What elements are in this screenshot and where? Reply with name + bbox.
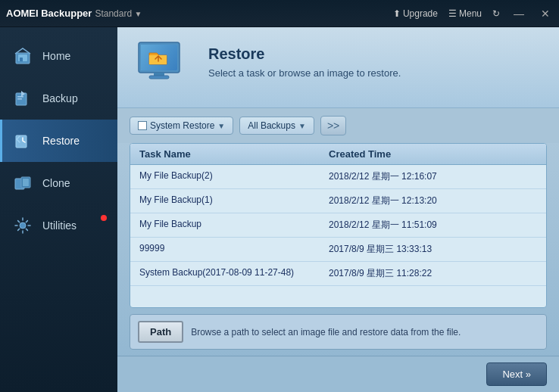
refresh-button[interactable]: ↻	[492, 8, 500, 19]
column-task-name: Task Name	[130, 148, 320, 160]
cell-created-time: 2018/2/12 星期一 12:13:20	[320, 189, 546, 213]
path-button[interactable]: Path	[138, 321, 183, 343]
upgrade-button[interactable]: ⬆ Upgrade	[393, 8, 438, 19]
utilities-icon	[12, 215, 33, 236]
toolbar: System Restore ▼ All Backups ▼ >>	[117, 108, 559, 143]
content-header: Restore Select a task or browse an image…	[117, 27, 559, 108]
table-header: Task Name Created Time	[130, 144, 546, 165]
table-row[interactable]: 99999 2017/8/9 星期三 13:33:13	[130, 238, 546, 262]
backup-table: Task Name Created Time My File Backup(2)…	[130, 143, 547, 308]
table-row[interactable]: My File Backup(1) 2018/2/12 星期一 12:13:20	[130, 189, 546, 213]
main-layout: Home Backup Resto	[0, 27, 559, 392]
column-created-time: Created Time	[320, 148, 546, 160]
home-icon	[12, 45, 33, 67]
forward-button[interactable]: >>	[320, 116, 346, 135]
cell-task-name: My File Backup(2)	[130, 165, 320, 188]
svg-point-10	[20, 222, 26, 229]
app-edition: Standard ▼	[95, 8, 142, 19]
cell-task-name: My File Backup(1)	[130, 189, 320, 213]
clone-label: Clone	[42, 177, 70, 189]
cell-task-name: 99999	[130, 238, 320, 261]
close-button[interactable]: ✕	[538, 8, 553, 20]
menu-icon: ☰	[448, 8, 457, 19]
cell-created-time: 2017/8/9 星期三 13:33:13	[320, 238, 546, 261]
title-bar: AOMEI Backupper Standard ▼ ⬆ Upgrade ☰ M…	[0, 0, 559, 27]
path-description: Browse a path to select an image file an…	[191, 327, 461, 338]
restore-label: Restore	[42, 135, 80, 147]
cell-created-time: 2018/2/12 星期一 11:51:09	[320, 213, 546, 237]
utilities-label: Utilities	[42, 219, 77, 232]
next-button[interactable]: Next »	[486, 362, 547, 386]
cell-task-name: System Backup(2017-08-09 11-27-48)	[130, 262, 320, 285]
svg-rect-15	[149, 76, 169, 79]
sidebar-item-backup[interactable]: Backup	[0, 77, 117, 120]
svg-rect-5	[17, 98, 22, 100]
upgrade-icon: ⬆	[393, 8, 401, 19]
clone-icon	[12, 173, 33, 194]
title-bar-actions: ⬆ Upgrade ☰ Menu ↻ — ✕	[393, 8, 553, 20]
path-section: Path Browse a path to select an image fi…	[130, 314, 547, 350]
app-title: AOMEI Backupper Standard ▼	[6, 8, 142, 19]
sidebar-item-clone[interactable]: Clone	[0, 162, 117, 204]
all-backups-dropdown[interactable]: All Backups ▼	[239, 117, 314, 135]
minimize-button[interactable]: —	[511, 8, 527, 20]
home-label: Home	[42, 50, 70, 62]
cell-task-name: My File Backup	[130, 213, 320, 237]
sidebar-item-restore[interactable]: Restore	[0, 120, 117, 162]
backup-label: Backup	[42, 92, 78, 104]
sidebar-item-utilities[interactable]: Utilities	[0, 204, 117, 247]
cell-created-time: 2018/2/12 星期一 12:16:07	[320, 165, 546, 188]
table-row[interactable]: My File Backup 2018/2/12 星期一 11:51:09	[130, 213, 546, 238]
table-body: My File Backup(2) 2018/2/12 星期一 12:16:07…	[130, 165, 546, 286]
sidebar: Home Backup Resto	[0, 27, 117, 392]
refresh-icon: ↻	[492, 8, 500, 19]
svg-rect-6	[16, 135, 27, 148]
app-name: AOMEI Backupper	[6, 8, 92, 19]
sidebar-item-home[interactable]: Home	[0, 35, 117, 77]
cell-created-time: 2017/8/9 星期三 11:28:22	[320, 262, 546, 285]
system-restore-arrow: ▼	[217, 122, 225, 130]
footer: Next »	[117, 356, 559, 392]
backup-icon	[12, 88, 33, 109]
system-restore-checkbox[interactable]	[138, 121, 147, 130]
page-title: Restore	[208, 45, 401, 63]
restore-icon	[12, 130, 33, 151]
all-backups-arrow: ▼	[298, 122, 306, 130]
table-row[interactable]: System Backup(2017-08-09 11-27-48) 2017/…	[130, 262, 546, 286]
svg-rect-4	[17, 96, 23, 98]
system-restore-button[interactable]: System Restore ▼	[130, 117, 233, 135]
page-subtitle: Select a task or browse an image to rest…	[208, 67, 401, 79]
content-area: Restore Select a task or browse an image…	[117, 27, 559, 392]
restore-icon-large	[133, 39, 193, 97]
svg-rect-2	[20, 58, 23, 61]
table-row[interactable]: My File Backup(2) 2018/2/12 星期一 12:16:07	[130, 165, 546, 189]
menu-button[interactable]: ☰ Menu	[448, 8, 482, 19]
svg-rect-9	[23, 179, 29, 186]
header-text: Restore Select a task or browse an image…	[208, 39, 401, 79]
utilities-badge	[101, 215, 107, 221]
